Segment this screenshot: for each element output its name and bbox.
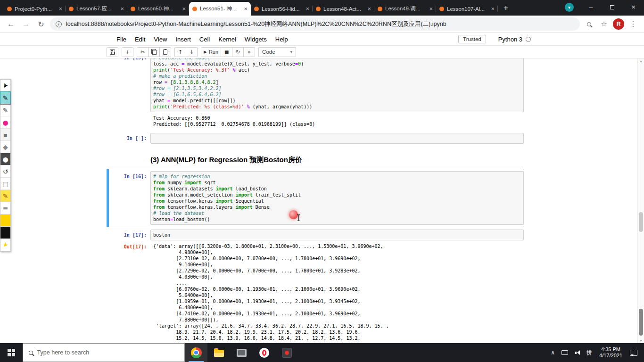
maximize-icon: [610, 5, 614, 9]
dark-dot-tool-icon: ●: [2, 156, 8, 163]
yellow-arrow-tool[interactable]: ➤: [0, 239, 10, 251]
taskbar-app-window[interactable]: [230, 343, 253, 362]
bookmark-star-button[interactable]: ☆: [598, 20, 610, 28]
minimize-button[interactable]: –: [580, 0, 602, 14]
cursor-arrow-tool[interactable]: ➤: [0, 80, 10, 92]
notes-tool[interactable]: ≡: [0, 202, 10, 214]
zoom-icon[interactable]: [583, 22, 595, 26]
ime-indicator[interactable]: 拼: [583, 349, 595, 357]
move-cell-up-button[interactable]: ↑: [174, 47, 186, 57]
code-cell[interactable]: In [ ]:: [107, 131, 524, 146]
menu-kernel[interactable]: Kernel: [214, 36, 240, 43]
save-button[interactable]: [107, 47, 118, 57]
tab-search-button[interactable]: ▾: [565, 3, 574, 12]
scrollbar-thumb-secondary[interactable]: [639, 212, 643, 232]
cut-cell-button[interactable]: ✂: [137, 47, 149, 57]
hidden-icons-chevron[interactable]: ∧: [547, 349, 558, 356]
browser-tab[interactable]: Lesson50-神...×: [127, 2, 189, 16]
menu-insert[interactable]: Insert: [171, 36, 195, 43]
interrupt-kernel-button[interactable]: ■: [221, 47, 232, 57]
taskbar-screen-recorder[interactable]: [275, 343, 298, 362]
trusted-badge[interactable]: Trusted: [458, 35, 486, 43]
scrollbar-thumb[interactable]: [639, 309, 643, 336]
tab-close-icon[interactable]: ×: [244, 6, 248, 12]
menu-widgets[interactable]: Widgets: [240, 36, 271, 43]
magenta-marker-tool[interactable]: ●: [0, 116, 10, 129]
black-color-swatch[interactable]: [0, 227, 10, 239]
browser-tab[interactable]: Lesson48-Act...×: [313, 2, 374, 16]
new-tab-button[interactable]: +: [500, 2, 512, 14]
browser-tab[interactable]: Lesson56-Hid...×: [251, 2, 313, 16]
taskbar-opera[interactable]: [253, 343, 275, 362]
text-cursor: [297, 214, 300, 221]
jupyter-favicon: [378, 7, 382, 11]
code-editor[interactable]: # evaluate the model loss, acc = model.e…: [150, 58, 524, 112]
browser-tab[interactable]: Lesson49-调...×: [374, 2, 436, 16]
menu-file[interactable]: File: [112, 36, 131, 43]
shapes-tool[interactable]: ▤: [0, 178, 10, 190]
pen-tool[interactable]: ✎: [0, 92, 10, 104]
code-editor[interactable]: # mlp for regression from numpy import s…: [150, 171, 524, 225]
heading-cell[interactable]: (3) ANN(MLP) for Regression 预测Boston房价: [107, 146, 524, 169]
menu-view[interactable]: View: [149, 36, 171, 43]
forward-button[interactable]: →: [20, 18, 32, 30]
code-cell[interactable]: In [16]:# mlp for regression from numpy …: [107, 169, 524, 227]
site-info-icon[interactable]: [56, 21, 62, 27]
action-center-icon[interactable]: [630, 350, 637, 356]
pencil-highlight-tool[interactable]: ✎: [0, 190, 10, 202]
taskbar-clock[interactable]: 4:35 PM 4/17/2021: [595, 346, 626, 359]
tab-close-icon[interactable]: ×: [182, 6, 186, 12]
tab-close-icon[interactable]: ×: [491, 6, 495, 12]
maximize-button[interactable]: [602, 0, 623, 14]
paste-cell-button[interactable]: [159, 47, 171, 57]
browser-tab[interactable]: Lesson57-应...×: [66, 2, 127, 16]
reload-button[interactable]: ↻: [35, 18, 47, 30]
menu-cell[interactable]: Cell: [195, 36, 214, 43]
tab-title: Lesson49-调...: [385, 5, 426, 12]
small-marker-tool[interactable]: ▪: [0, 129, 10, 141]
url-text[interactable]: localhost:8888/notebooks/Project0-Python…: [66, 20, 446, 28]
back-button[interactable]: ←: [5, 18, 17, 30]
undo-tool[interactable]: ↺: [0, 165, 10, 178]
tab-close-icon[interactable]: ×: [367, 6, 371, 12]
tab-close-icon[interactable]: ×: [58, 6, 62, 12]
browser-menu-button[interactable]: ⋮: [627, 20, 639, 28]
tab-close-icon[interactable]: ×: [120, 6, 124, 12]
volume-tray-icon[interactable]: [571, 350, 583, 355]
browser-tab[interactable]: Project0-Pyth...×: [4, 2, 66, 16]
taskbar-file-explorer[interactable]: [207, 343, 230, 362]
browser-tab[interactable]: Lesson107-Al...×: [436, 2, 498, 16]
eraser-tool[interactable]: ◆: [0, 141, 10, 153]
code-cell[interactable]: In [17]:bostonOut[17]:{'data': array([[6…: [107, 227, 524, 343]
search-input[interactable]: [37, 349, 179, 356]
menu-help[interactable]: Help: [271, 36, 292, 43]
cell-type-dropdown[interactable]: Code ▾: [258, 47, 296, 57]
start-button[interactable]: [0, 343, 23, 362]
dark-dot-tool[interactable]: ●: [0, 153, 10, 165]
restart-kernel-button[interactable]: ↻: [232, 47, 244, 57]
menu-edit[interactable]: Edit: [131, 36, 149, 43]
scroll-up-arrow[interactable]: ▲: [638, 59, 644, 63]
code-cell[interactable]: In [15]:# evaluate the model loss, acc =…: [107, 58, 524, 131]
display-tray-icon[interactable]: [558, 350, 571, 355]
tab-close-icon[interactable]: ×: [429, 6, 433, 12]
address-bar[interactable]: localhost:8888/notebooks/Project0-Python…: [50, 17, 580, 31]
add-cell-button[interactable]: +: [122, 47, 133, 57]
profile-avatar[interactable]: R: [613, 18, 624, 30]
pen-outline-tool[interactable]: ✎: [0, 104, 10, 116]
page-scrollbar[interactable]: ▲ ▼: [637, 58, 644, 343]
taskbar-chrome[interactable]: [185, 343, 207, 362]
copy-cell-button[interactable]: [148, 47, 160, 57]
run-button[interactable]: ▶Run: [201, 47, 221, 57]
move-cell-down-button[interactable]: ↓: [186, 47, 198, 57]
yellow-color-swatch[interactable]: [0, 214, 10, 227]
code-editor[interactable]: [150, 133, 524, 144]
code-editor[interactable]: boston: [150, 230, 524, 240]
browser-tab[interactable]: Lesson51- 神...×: [189, 2, 251, 16]
scroll-down-arrow[interactable]: ▼: [638, 339, 644, 342]
restart-run-all-button[interactable]: »: [243, 47, 255, 57]
close-button[interactable]: ×: [623, 0, 644, 14]
tab-close-icon[interactable]: ×: [305, 6, 309, 12]
output-prompt: Out[17]:: [109, 240, 150, 250]
taskbar-search[interactable]: [23, 343, 185, 362]
